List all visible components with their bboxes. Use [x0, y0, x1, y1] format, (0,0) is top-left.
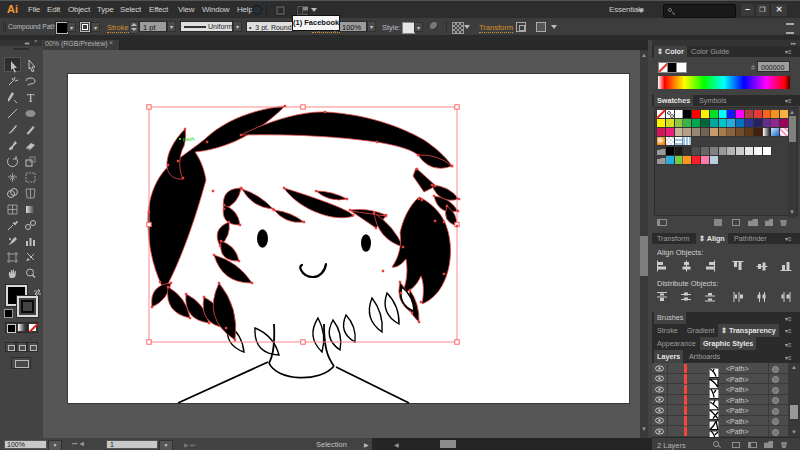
svg-text:path: path	[183, 136, 195, 142]
svg-text:T: T	[27, 91, 35, 104]
